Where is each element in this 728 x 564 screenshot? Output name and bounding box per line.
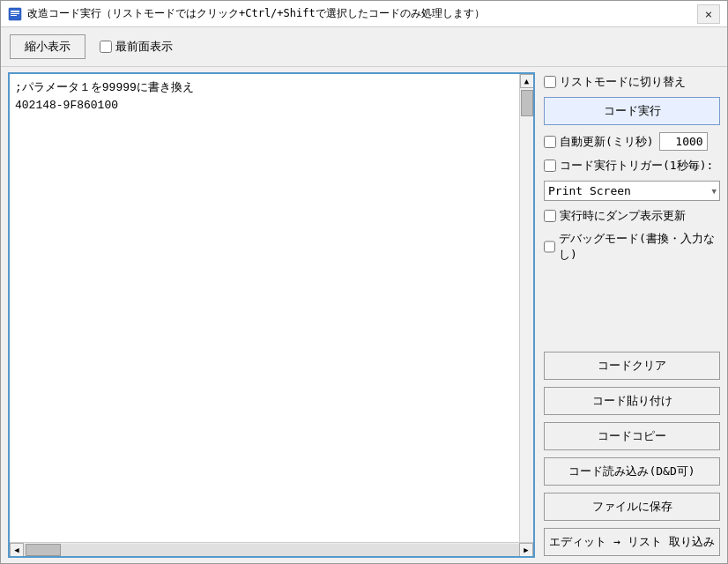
close-button[interactable]: × — [697, 4, 720, 24]
paste-button[interactable]: コード貼り付け — [544, 387, 720, 415]
trigger-row: コード実行トリガー(1秒毎): — [544, 158, 720, 174]
scroll-left-arrow[interactable]: ◀ — [10, 543, 24, 557]
scroll-right-arrow[interactable]: ▶ — [519, 543, 533, 557]
foreground-checkbox-label[interactable]: 最前面表示 — [100, 39, 173, 55]
foreground-label: 最前面表示 — [115, 39, 173, 55]
auto-update-row: 自動更新(ミリ秒) — [544, 132, 720, 151]
trigger-checkbox[interactable] — [544, 160, 556, 172]
clear-button[interactable]: コードクリア — [544, 352, 720, 380]
list-mode-label: リストモードに切り替え — [560, 74, 686, 90]
auto-update-checkbox-label[interactable]: 自動更新(ミリ秒) — [544, 134, 654, 150]
title-text: 改造コード実行（リストモードではクリック+Ctrl/+Shiftで選択したコード… — [27, 6, 485, 21]
save-button[interactable]: ファイルに保存 — [544, 493, 720, 521]
svg-rect-3 — [11, 15, 17, 16]
svg-rect-1 — [11, 11, 19, 12]
list-mode-checkbox-label[interactable]: リストモードに切り替え — [544, 74, 720, 90]
scroll-thumb-horizontal[interactable] — [26, 544, 61, 556]
app-icon — [8, 7, 22, 21]
run-button[interactable]: コード実行 — [544, 97, 720, 125]
toolbar: 縮小表示 最前面表示 — [1, 27, 727, 67]
code-editor[interactable]: ;パラメータ１を99999に書き換え 402148-9F860100 — [10, 74, 519, 542]
trigger-select-wrapper[interactable]: Print Screen F1 F2 F3 F4 F5 Scroll Lock … — [544, 181, 720, 201]
copy-button[interactable]: コードコピー — [544, 422, 720, 450]
code-panel: ;パラメータ１を99999に書き換え 402148-9F860100 ▲ ◀ ▶ — [8, 72, 535, 558]
action-buttons-group: コードクリア コード貼り付け コードコピー コード読み込み(D&D可) ファイル… — [544, 352, 720, 556]
main-content: ;パラメータ１を99999に書き換え 402148-9F860100 ▲ ◀ ▶… — [1, 67, 727, 563]
spacer — [544, 270, 720, 345]
right-panel: リストモードに切り替え コード実行 自動更新(ミリ秒) コード実行トリガー(1秒… — [544, 72, 720, 558]
debug-mode-checkbox[interactable] — [544, 241, 555, 253]
scroll-track-horizontal — [24, 544, 519, 556]
list-mode-checkbox[interactable] — [544, 76, 556, 88]
debug-mode-checkbox-label[interactable]: デバッグモード(書換・入力なし) — [544, 231, 720, 263]
trigger-label: コード実行トリガー(1秒毎): — [560, 158, 713, 174]
dump-update-checkbox[interactable] — [544, 210, 556, 222]
edit-to-list-button[interactable]: エディット → リスト 取り込み — [544, 528, 720, 556]
scroll-thumb-vertical[interactable] — [521, 90, 533, 116]
auto-update-input[interactable] — [659, 132, 708, 151]
auto-update-label: 自動更新(ミリ秒) — [560, 134, 654, 150]
code-textarea-wrapper: ;パラメータ１を99999に書き換え 402148-9F860100 ▲ — [10, 74, 533, 542]
auto-update-checkbox[interactable] — [544, 136, 556, 148]
load-button[interactable]: コード読み込み(D&D可) — [544, 457, 720, 486]
main-window: 改造コード実行（リストモードではクリック+Ctrl/+Shiftで選択したコード… — [0, 0, 728, 564]
trigger-select[interactable]: Print Screen F1 F2 F3 F4 F5 Scroll Lock … — [544, 181, 720, 201]
vertical-scrollbar[interactable]: ▲ — [519, 74, 533, 542]
title-bar: 改造コード実行（リストモードではクリック+Ctrl/+Shiftで選択したコード… — [1, 1, 727, 27]
dump-update-checkbox-label[interactable]: 実行時にダンプ表示更新 — [544, 208, 720, 224]
foreground-checkbox[interactable] — [100, 41, 112, 53]
svg-rect-2 — [11, 13, 19, 14]
horizontal-scrollbar[interactable]: ◀ ▶ — [10, 542, 533, 556]
trigger-checkbox-label[interactable]: コード実行トリガー(1秒毎): — [544, 158, 713, 174]
scroll-up-arrow[interactable]: ▲ — [520, 74, 534, 88]
dump-update-label: 実行時にダンプ表示更新 — [560, 208, 686, 224]
debug-mode-label: デバッグモード(書換・入力なし) — [559, 231, 720, 263]
title-bar-left: 改造コード実行（リストモードではクリック+Ctrl/+Shiftで選択したコード… — [8, 6, 485, 21]
compact-display-button[interactable]: 縮小表示 — [10, 34, 85, 59]
